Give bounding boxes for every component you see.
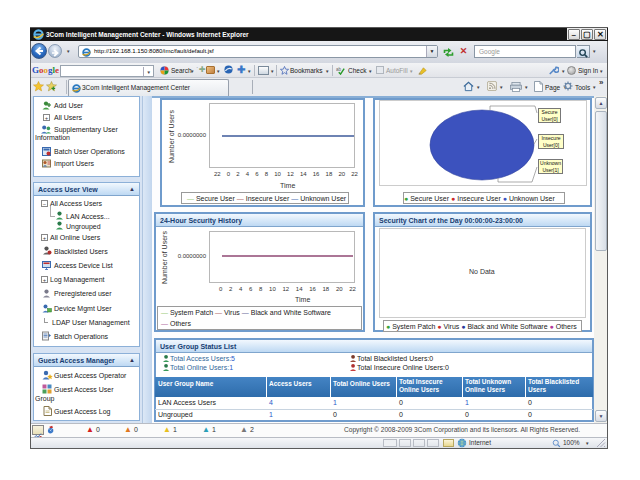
- svg-text:ab: ab: [336, 67, 342, 72]
